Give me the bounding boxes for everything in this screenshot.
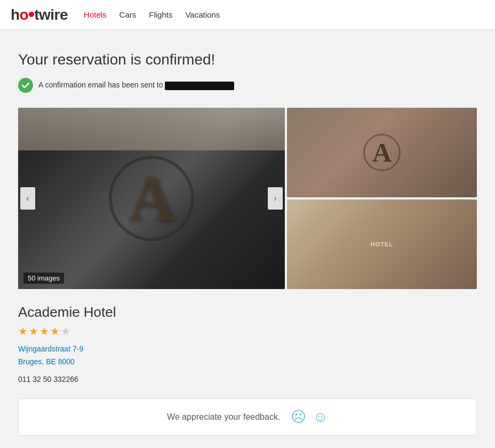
hotel-phone: 011 32 50 332266 [18, 375, 477, 383]
nav-flights[interactable]: Flights [149, 10, 172, 19]
nav-hotels[interactable]: Hotels [84, 10, 107, 19]
gallery-prev-button[interactable]: ‹ [20, 187, 35, 210]
feedback-icons: ☹ ☺ [291, 410, 328, 425]
gallery-side-image-2: HOTEL [287, 199, 477, 289]
star-2: ★ [29, 325, 38, 338]
site-header: hotwire Hotels Cars Flights Vacations [0, 0, 495, 30]
star-rating: ★ ★ ★ ★ ★ [18, 325, 477, 338]
page-content: Your reservation is confirmed! A confirm… [7, 30, 488, 448]
hotel-address-line1[interactable]: Wijngaardstraat 7-9 [18, 343, 477, 356]
hotel-gallery: A ‹ › 50 images A HOTEL [18, 108, 477, 289]
star-1: ★ [18, 325, 28, 338]
email-redacted [165, 82, 234, 90]
hotel-name: Academie Hotel [18, 304, 477, 321]
nav-vacations[interactable]: Vacations [185, 10, 220, 19]
gallery-side-image-1: A [287, 108, 477, 197]
confirmation-email-row: A confirmation email has been sent to [18, 78, 477, 93]
hotel-address-line2[interactable]: Bruges, BE 8000 [18, 356, 477, 369]
confirmation-email-text: A confirmation email has been sent to [38, 81, 234, 90]
gallery-main-image: A ‹ › 50 images [18, 108, 285, 289]
star-3: ★ [39, 325, 49, 338]
checkmark-icon [18, 78, 33, 93]
feedback-bar: We appreciate your feedback. ☹ ☺ [18, 398, 477, 436]
star-4: ★ [50, 325, 60, 338]
nav-cars[interactable]: Cars [119, 10, 137, 19]
logo-text: hotwire [11, 6, 68, 23]
image-count-badge: 50 images [23, 273, 64, 284]
confirmation-title: Your reservation is confirmed! [18, 51, 477, 68]
main-nav: Hotels Cars Flights Vacations [84, 10, 220, 19]
gallery-side-images: A HOTEL [287, 108, 477, 289]
logo-link[interactable]: hotwire [11, 6, 68, 23]
hotel-address: Wijngaardstraat 7-9 Bruges, BE 8000 [18, 343, 477, 369]
feedback-happy-button[interactable]: ☺ [313, 410, 328, 425]
star-5: ★ [61, 325, 70, 338]
feedback-text: We appreciate your feedback. [167, 412, 280, 422]
feedback-sad-button[interactable]: ☹ [291, 410, 306, 425]
gallery-next-button[interactable]: › [268, 187, 283, 210]
